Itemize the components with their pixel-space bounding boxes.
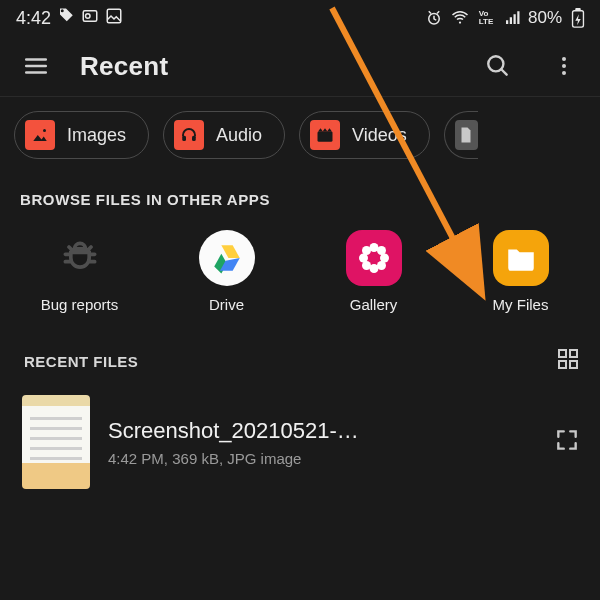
folder-icon — [493, 230, 549, 286]
app-label: Drive — [209, 296, 244, 313]
app-grid: Bug reports Drive Gallery My Files — [0, 216, 600, 329]
svg-point-10 — [562, 71, 566, 75]
svg-rect-2 — [107, 9, 121, 23]
grid-icon — [556, 347, 580, 371]
app-gallery[interactable]: Gallery — [300, 230, 447, 313]
svg-point-8 — [562, 57, 566, 61]
svg-rect-14 — [318, 131, 333, 142]
view-toggle-button[interactable] — [556, 347, 580, 375]
overflow-menu-button[interactable] — [542, 44, 586, 88]
svg-point-22 — [377, 261, 386, 270]
wifi-icon — [450, 8, 470, 28]
app-label: Gallery — [350, 296, 398, 313]
svg-point-23 — [369, 254, 378, 263]
image-notif-icon — [105, 7, 123, 30]
chip-label: Videos — [352, 125, 407, 146]
app-label: Bug reports — [41, 296, 119, 313]
status-left: 4:42 — [16, 7, 123, 30]
battery-charging-icon — [568, 8, 588, 28]
outlook-icon — [81, 7, 99, 30]
status-time: 4:42 — [16, 8, 51, 29]
menu-icon — [23, 53, 49, 79]
flower-icon — [346, 230, 402, 286]
svg-point-1 — [86, 13, 91, 18]
svg-rect-27 — [570, 361, 577, 368]
fullscreen-button[interactable] — [554, 427, 580, 457]
svg-point-21 — [362, 261, 371, 270]
status-bar: 4:42 VoLTE 80% — [0, 0, 600, 36]
svg-point-20 — [377, 246, 386, 255]
fullscreen-icon — [554, 427, 580, 453]
svg-point-4 — [459, 21, 461, 23]
file-subtitle: 4:42 PM, 369 kB, JPG image — [108, 450, 536, 467]
signal-icon — [502, 8, 522, 28]
app-drive[interactable]: Drive — [153, 230, 300, 313]
svg-rect-26 — [559, 361, 566, 368]
chip-label: Audio — [216, 125, 262, 146]
google-drive-icon — [199, 230, 255, 286]
chip-label: Images — [67, 125, 126, 146]
search-icon — [485, 53, 511, 79]
file-name: Screenshot_20210521-… — [108, 418, 536, 444]
app-label: My Files — [493, 296, 549, 313]
headphones-icon — [174, 120, 204, 150]
image-icon — [25, 120, 55, 150]
app-my-files[interactable]: My Files — [447, 230, 594, 313]
section-recent-files-label: RECENT FILES — [24, 353, 138, 370]
volte-icon: VoLTE — [476, 8, 496, 28]
search-button[interactable] — [476, 44, 520, 88]
chip-audio[interactable]: Audio — [163, 111, 285, 159]
svg-rect-6 — [575, 8, 580, 11]
svg-rect-24 — [559, 350, 566, 357]
filter-chip-row[interactable]: Images Audio Videos — [0, 96, 600, 171]
tag-icon — [57, 7, 75, 30]
section-browse-apps-label: BROWSE FILES IN OTHER APPS — [0, 171, 600, 216]
alarm-icon — [424, 8, 444, 28]
svg-rect-13 — [192, 136, 196, 141]
more-vert-icon — [552, 54, 576, 78]
hamburger-menu-button[interactable] — [14, 44, 58, 88]
svg-point-11 — [43, 129, 46, 132]
svg-point-19 — [362, 246, 371, 255]
recent-files-header: RECENT FILES — [0, 329, 600, 385]
file-meta: Screenshot_20210521-… 4:42 PM, 369 kB, J… — [108, 418, 536, 467]
document-icon — [455, 120, 478, 150]
svg-rect-25 — [570, 350, 577, 357]
chip-images[interactable]: Images — [14, 111, 149, 159]
svg-rect-12 — [182, 136, 186, 141]
app-bar: Recent — [0, 36, 600, 96]
app-bug-reports[interactable]: Bug reports — [6, 230, 153, 313]
battery-level: 80% — [528, 8, 562, 28]
svg-point-9 — [562, 64, 566, 68]
film-icon — [310, 120, 340, 150]
bug-icon — [52, 230, 108, 286]
page-title: Recent — [80, 51, 454, 82]
chip-videos[interactable]: Videos — [299, 111, 430, 159]
chip-documents[interactable] — [444, 111, 478, 159]
status-right: VoLTE 80% — [424, 8, 588, 28]
file-thumbnail — [22, 395, 90, 489]
file-item[interactable]: Screenshot_20210521-… 4:42 PM, 369 kB, J… — [0, 385, 600, 489]
